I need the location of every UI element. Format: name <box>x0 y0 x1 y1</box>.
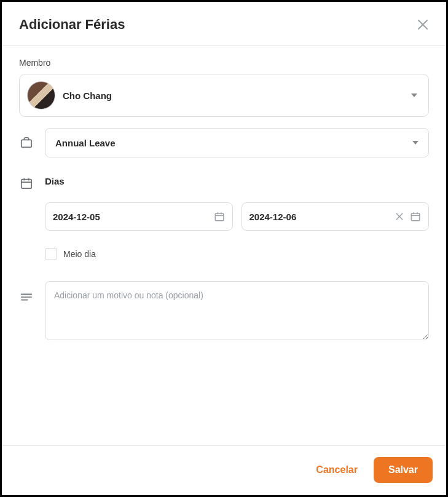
start-date-value: 2024-12-05 <box>53 212 100 222</box>
member-label: Membro <box>19 58 429 68</box>
modal-title: Adicionar Férias <box>19 17 125 33</box>
svg-rect-2 <box>22 140 32 147</box>
close-icon <box>417 18 429 31</box>
svg-rect-7 <box>215 213 224 221</box>
svg-rect-3 <box>22 180 32 189</box>
end-date-input[interactable]: 2024-12-06 <box>242 202 430 231</box>
calendar-icon <box>19 176 34 191</box>
notes-textarea[interactable] <box>45 281 429 340</box>
half-day-label: Meio dia <box>63 249 96 259</box>
start-date-input[interactable]: 2024-12-05 <box>45 202 233 231</box>
leave-type-select[interactable]: Annual Leave <box>45 128 429 157</box>
calendar-icon <box>410 211 421 222</box>
days-label: Dias <box>45 176 429 186</box>
save-button[interactable]: Salvar <box>374 457 433 483</box>
half-day-checkbox[interactable] <box>45 248 57 260</box>
member-select[interactable]: Cho Chang <box>19 74 429 117</box>
chevron-down-icon <box>412 141 419 145</box>
close-button[interactable] <box>417 18 429 31</box>
calendar-icon <box>214 211 225 222</box>
chevron-down-icon <box>411 93 417 97</box>
end-date-value: 2024-12-06 <box>250 212 297 222</box>
leave-type-value: Annual Leave <box>55 138 116 148</box>
avatar <box>27 81 55 109</box>
svg-rect-13 <box>411 213 420 221</box>
briefcase-icon <box>19 135 34 150</box>
clear-icon[interactable] <box>395 212 404 221</box>
text-icon <box>19 290 34 304</box>
cancel-button[interactable]: Cancelar <box>311 458 363 482</box>
member-name: Cho Chang <box>63 90 112 101</box>
